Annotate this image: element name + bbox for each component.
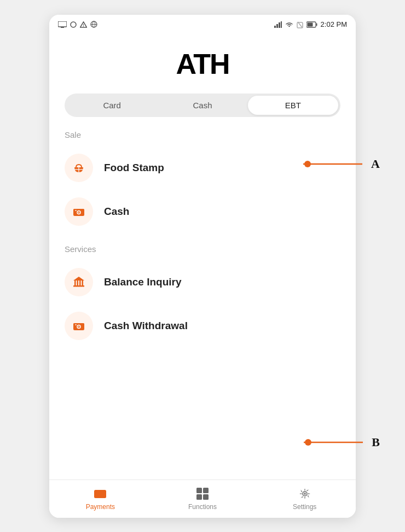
nav-payments-label: Payments <box>86 503 115 511</box>
app-logo: ATH <box>176 48 229 80</box>
svg-rect-29 <box>73 285 84 287</box>
cash-sale-item[interactable]: Cash <box>65 190 340 233</box>
svg-rect-28 <box>82 280 84 285</box>
svg-rect-26 <box>77 280 79 285</box>
signal-icon <box>274 21 282 28</box>
no-sim-icon <box>297 21 303 28</box>
main-content: ATH Card Cash EBT Sale <box>49 32 356 480</box>
svg-point-2 <box>71 22 76 27</box>
nav-functions-label: Functions <box>188 503 217 511</box>
bottom-nav: Payments Functions <box>49 480 356 518</box>
wifi-icon <box>285 21 293 28</box>
balance-inquiry-item[interactable]: Balance Inquiry <box>65 260 340 304</box>
status-icons-right: 2:02 PM <box>274 20 347 28</box>
food-stamp-item[interactable]: Food Stamp <box>65 146 340 190</box>
arrow-b-line <box>304 439 369 446</box>
svg-point-47 <box>305 439 311 446</box>
svg-rect-0 <box>58 21 67 27</box>
card-nav-icon <box>93 487 107 501</box>
basket-icon <box>71 160 86 176</box>
svg-rect-7 <box>274 26 276 28</box>
svg-rect-14 <box>316 23 317 26</box>
svg-rect-15 <box>307 22 313 26</box>
cash-withdrawal-icon <box>71 318 86 334</box>
status-bar: ! <box>49 15 356 32</box>
battery-icon <box>306 21 317 28</box>
warning-icon: ! <box>80 21 87 28</box>
svg-rect-10 <box>281 21 282 28</box>
services-section: Services <box>65 244 340 348</box>
arrow-a-line <box>303 161 369 167</box>
svg-point-45 <box>304 161 311 167</box>
svg-marker-24 <box>73 277 84 280</box>
sale-section-label: Sale <box>65 130 340 139</box>
svg-rect-25 <box>74 280 76 285</box>
segment-card[interactable]: Card <box>67 96 157 115</box>
sale-section: Sale <box>65 130 340 233</box>
svg-rect-37 <box>95 495 99 496</box>
nav-functions[interactable]: Functions <box>152 480 254 518</box>
gear-nav-icon <box>298 487 312 501</box>
svg-rect-9 <box>279 22 280 28</box>
svg-rect-8 <box>276 24 278 28</box>
cash-sale-label: Cash <box>104 206 129 218</box>
nav-settings[interactable]: Settings <box>253 480 356 518</box>
svg-rect-39 <box>203 488 209 493</box>
services-section-label: Services <box>65 244 340 254</box>
nav-settings-label: Settings <box>293 503 316 511</box>
globe-icon <box>90 21 97 28</box>
status-icons-left: ! <box>58 21 97 28</box>
svg-text:!: ! <box>83 23 84 27</box>
cash-withdrawal-label: Cash Withdrawal <box>104 320 188 332</box>
svg-rect-27 <box>79 280 81 285</box>
grid-nav-icon <box>195 487 210 501</box>
bank-icon <box>71 274 86 290</box>
nav-payments[interactable]: Payments <box>49 480 152 518</box>
svg-rect-38 <box>196 488 202 493</box>
cash-icon <box>71 204 86 219</box>
services-menu-list: Balance Inquiry <box>65 260 340 348</box>
svg-rect-36 <box>94 492 106 494</box>
svg-point-43 <box>304 493 306 495</box>
annotation-a-wrapper: A <box>303 157 380 171</box>
screen-icon <box>58 21 67 28</box>
circle-icon <box>70 21 77 28</box>
balance-inquiry-label: Balance Inquiry <box>104 276 182 288</box>
cash-withdrawal-item[interactable]: Cash Withdrawal <box>65 304 340 348</box>
segment-ebt[interactable]: EBT <box>248 96 338 115</box>
sale-menu-list: Food Stamp <box>65 146 340 233</box>
svg-point-33 <box>78 326 79 327</box>
balance-inquiry-icon-container <box>65 268 93 296</box>
time-display: 2:02 PM <box>321 20 347 28</box>
svg-point-22 <box>78 212 79 213</box>
food-stamp-label: Food Stamp <box>104 162 164 174</box>
svg-rect-40 <box>196 494 202 500</box>
annotation-b-wrapper: B <box>304 435 380 449</box>
logo-container: ATH <box>65 32 340 93</box>
cash-withdrawal-icon-container <box>65 312 93 340</box>
segment-control: Card Cash EBT <box>65 93 340 117</box>
svg-rect-1 <box>61 27 64 28</box>
annotation-a-label: A <box>371 157 380 171</box>
segment-cash[interactable]: Cash <box>157 96 247 115</box>
annotation-b-label: B <box>372 435 380 449</box>
svg-rect-41 <box>203 494 209 500</box>
food-stamp-icon-container <box>65 154 93 182</box>
cash-sale-icon-container <box>65 197 93 226</box>
